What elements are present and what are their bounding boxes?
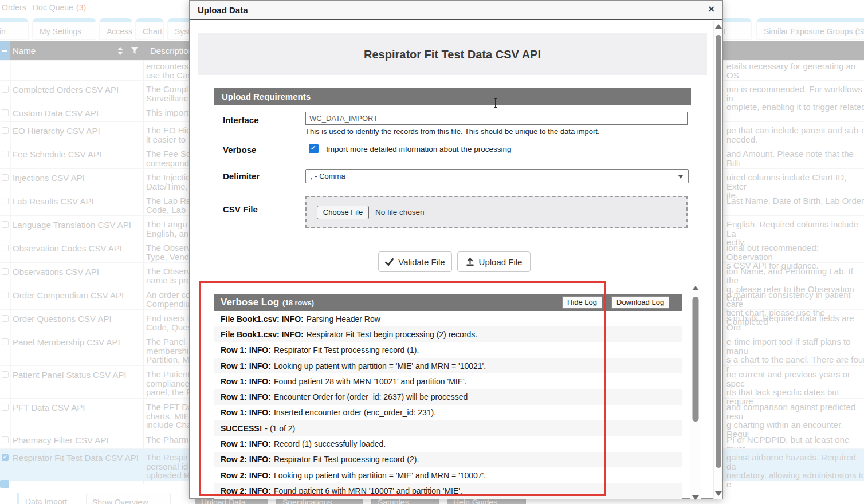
delimiter-label: Delimiter [223,171,260,181]
log-row-prefix: Row 2: INFO: [221,471,271,480]
modal-title-bar[interactable]: Upload Data [190,1,722,20]
verbose-log-list: File Book1.csv: INFO: Parsing Header Row… [214,311,682,499]
log-row-prefix: Row 2: INFO: [221,486,271,495]
log-row: Row 1: INFO: Found patient 28 with MRN '… [214,373,682,389]
upload-file-button[interactable]: Upload File [457,251,531,272]
log-row: File Book1.csv: INFO: Respirator Fit Tes… [214,326,682,342]
upload-requirements-header: Upload Requirements [214,88,691,105]
log-row-text: Parsing Header Row [307,314,380,324]
log-row: Row 2: INFO: Looking up patient with par… [214,467,682,483]
log-row-text: Respirator Fit Test processing record (2… [274,455,419,464]
log-row-text: Found patient 6 with MRN '10007' and par… [274,486,462,495]
verbose-log-title: Verbose Log [221,297,279,308]
log-scrollbar [690,284,701,499]
log-row-prefix: SUCCESS! [221,424,262,433]
log-row-prefix: Row 2: INFO: [221,455,271,464]
log-row-prefix: File Book1.csv: INFO: [221,314,304,324]
modal-scrollbar [713,21,722,499]
text-cursor [495,99,496,108]
log-row: Row 1: INFO: Looking up patient with par… [214,358,682,373]
log-row-text: - (1 of 2) [265,424,295,433]
log-row: Row 2: INFO: Respirator Fit Test process… [214,452,682,467]
log-row-prefix: Row 1: INFO: [221,392,271,401]
log-row-text: Inserted encounter order (enc_order_id: … [274,408,436,417]
interface-help-text: This is used to identify the records fro… [305,127,600,136]
log-row-prefix: File Book1.csv: INFO: [221,330,304,339]
scroll-down-arrow-icon[interactable] [690,494,701,502]
download-log-button[interactable]: Download Log [611,296,669,309]
log-row-prefix: Row 1: INFO: [221,439,271,448]
scroll-up-arrow-icon[interactable] [690,284,701,292]
delimiter-select[interactable]: , - Comma [305,169,689,183]
log-row-text: Looking up patient with partition = 'MIE… [274,361,486,371]
log-row-text: Encounter Order for (order_id: 2637) wil… [274,392,468,401]
divider [214,245,691,245]
verbose-label: Verbose [223,145,256,155]
upload-data-modal: Upload Data × Respirator Fit Test Data C… [189,0,723,499]
upload-icon [466,258,474,266]
verbose-checkbox-label: Import more detailed information about t… [326,145,511,153]
file-drop-zone[interactable]: Choose File No file chosen [305,196,688,228]
choose-file-button[interactable]: Choose File [317,206,369,219]
api-title: Respirator Fit Test Data CSV API [198,48,707,61]
file-status-text: No file chosen [375,208,425,216]
log-row: Row 2: INFO: Found patient 6 with MRN '1… [214,483,682,498]
modal-title: Upload Data [198,5,248,15]
log-row-text: Respirator Fit Test begin processing (2)… [307,330,478,339]
verbose-checkbox[interactable] [309,144,319,153]
interface-input[interactable] [305,112,688,125]
log-row: Row 1: INFO: Respirator Fit Test process… [214,342,682,358]
log-row-text: Found patient 28 with MRN '10021' and pa… [274,377,467,386]
verbose-log-row-count: (18 rows) [282,299,314,307]
hide-log-button[interactable]: Hide Log [562,296,602,309]
log-row-text: Record (1) successfully loaded. [274,439,386,448]
modal-scrollbar-thumb[interactable] [716,35,721,468]
log-row: Row 1: INFO: Record (1) successfully loa… [214,436,682,451]
csv-file-label: CSV File [223,204,258,214]
log-row-prefix: Row 1: INFO: [221,345,271,355]
validate-file-label: Validate File [398,257,445,267]
api-title-banner: Respirator Fit Test Data CSV API [198,33,707,75]
interface-label: Interface [223,115,259,125]
log-row: Row 1: INFO: Encounter Order for (order_… [214,389,682,404]
upload-file-label: Upload File [479,257,523,267]
verbose-log-header: Verbose Log (18 rows) Hide Log Download … [214,294,682,311]
scroll-down-arrow-icon[interactable] [714,490,722,498]
log-row-text: Respirator Fit Test processing record (1… [274,345,419,355]
log-row-text: Looking up patient with partition = 'MIE… [274,471,486,480]
scroll-up-arrow-icon[interactable] [714,22,722,30]
log-row-prefix: Row 1: INFO: [221,408,271,417]
log-row: File Book1.csv: INFO: Parsing Header Row [214,311,682,326]
log-row-prefix: Row 1: INFO: [221,377,271,386]
screen: Orders Doc Queue (3) nin ↗ My Settings ↗… [0,0,864,504]
validate-file-button[interactable]: Validate File [378,251,452,272]
log-row: SUCCESS! - (1 of 2) [214,420,682,436]
log-row: Row 1: INFO: Inserted encounter order (e… [214,405,682,420]
close-icon[interactable]: × [700,1,722,19]
chevron-down-icon [678,175,683,179]
log-row-prefix: Row 1: INFO: [221,361,271,371]
check-icon [385,258,394,266]
delimiter-selected-value: , - Comma [311,172,345,180]
log-scrollbar-thumb[interactable] [692,297,698,422]
